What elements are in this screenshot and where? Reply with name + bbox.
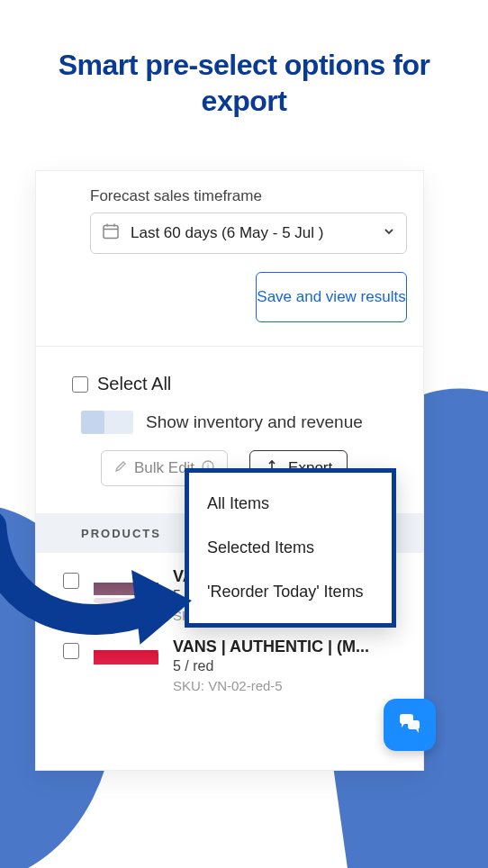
product-variant: 5 / red [173,658,407,674]
pencil-icon [114,459,127,477]
chevron-down-icon [383,224,395,242]
svg-rect-7 [408,720,420,729]
timeframe-label: Forecast sales timeframe [90,187,407,205]
dropdown-item-reorder[interactable]: 'Reorder Today' Items [189,570,392,614]
save-view-results-button[interactable]: Save and view results [256,272,407,322]
calendar-icon [102,222,120,245]
select-all-label: Select All [97,374,171,394]
divider [36,346,423,347]
timeframe-select[interactable]: Last 60 days (6 May - 5 Jul ) [90,212,407,254]
product-sku: SKU: VN-02-red-5 [173,678,407,693]
page-headline: Smart pre-select options for export [0,0,488,119]
chat-icon [396,710,423,740]
select-all-checkbox[interactable] [72,376,88,393]
dropdown-item-selected[interactable]: Selected Items [189,526,392,570]
dropdown-item-all[interactable]: All Items [189,482,392,526]
export-dropdown: All Items Selected Items 'Reorder Today'… [185,468,396,628]
timeframe-value: Last 60 days (6 May - 5 Jul ) [131,224,323,242]
svg-rect-0 [104,226,118,239]
chat-widget-button[interactable] [384,699,436,751]
inventory-revenue-label: Show inventory and revenue [146,412,363,432]
inventory-revenue-toggle[interactable] [81,411,133,434]
